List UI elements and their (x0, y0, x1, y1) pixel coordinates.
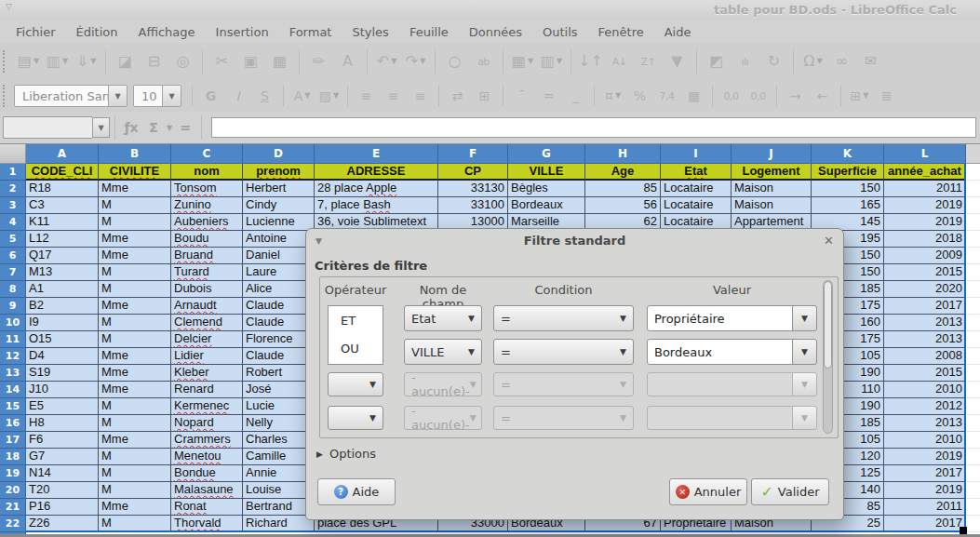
cell-B5[interactable]: Mme (99, 231, 171, 248)
name-box-dropdown-icon[interactable]: ▼ (92, 117, 110, 138)
cell-I3[interactable]: Locataire (661, 197, 732, 214)
cell-C2[interactable]: Tonsom (171, 181, 243, 197)
cell-L6[interactable]: 2009 (884, 248, 966, 264)
cell-A16[interactable]: H8 (26, 415, 99, 432)
cell-D1[interactable]: prenom (243, 164, 315, 181)
select-all-corner[interactable] (0, 144, 26, 164)
row-header-20[interactable]: 20 (0, 482, 26, 499)
cell-H3[interactable]: 56 (585, 197, 661, 214)
cell-K3[interactable]: 165 (812, 197, 884, 214)
column-header-F[interactable]: F (438, 144, 508, 164)
operator-option-ou[interactable]: OU (329, 334, 383, 362)
column-header-G[interactable]: G (508, 144, 585, 164)
column-header-C[interactable]: C (171, 144, 243, 164)
copy-button[interactable]: ▣ (236, 48, 265, 74)
cell-L20[interactable]: 2019 (884, 482, 966, 499)
cell-C13[interactable]: Kleber (171, 365, 243, 382)
row-header-4[interactable]: 4 (0, 214, 26, 231)
cell-A13[interactable]: S19 (26, 365, 99, 382)
criteria-scrollbar[interactable] (823, 280, 833, 434)
cell-J2[interactable]: Maison (732, 181, 812, 197)
cell-D15[interactable]: Lucie (243, 398, 315, 415)
cell-E2[interactable]: 28 place Apple (315, 181, 438, 197)
operator-option-et[interactable]: ET (329, 306, 383, 334)
value-input-1[interactable]: Propriétaire (647, 305, 793, 331)
cell-B4[interactable]: M (99, 214, 171, 231)
undo-button[interactable]: ↶▼ (372, 48, 401, 74)
cell-B19[interactable]: M (99, 465, 171, 482)
insert-rows-button[interactable]: ▦▼ (508, 48, 537, 74)
cell-A8[interactable]: A1 (26, 281, 99, 298)
dialog-close-icon[interactable]: ✕ (824, 229, 834, 253)
condition-select-1[interactable]: =▼ (493, 305, 634, 331)
cell-D9[interactable]: Claude (243, 298, 315, 315)
find-replace-button[interactable]: ○ (440, 48, 469, 74)
cell-K1[interactable]: Superficie (812, 164, 884, 181)
cell-A12[interactable]: D4 (26, 348, 99, 365)
cell-K2[interactable]: 150 (812, 181, 884, 197)
cell-C21[interactable]: Ronat (171, 499, 243, 516)
row-header-21[interactable]: 21 (0, 499, 26, 516)
font-color-button[interactable]: A▼ (289, 85, 315, 107)
row-header-5[interactable]: 5 (0, 231, 26, 248)
cell-J1[interactable]: Logement (732, 164, 812, 181)
menu-fichier[interactable]: Fichier (6, 23, 66, 41)
cell-L2[interactable]: 2011 (884, 181, 966, 197)
cell-A9[interactable]: B2 (26, 298, 99, 315)
cell-B18[interactable]: M (99, 449, 171, 465)
cell-B14[interactable]: Mme (99, 382, 171, 398)
menu-insertion[interactable]: Insertion (206, 23, 279, 41)
column-header-I[interactable]: I (661, 144, 732, 164)
dropdown-arrow-icon[interactable]: ▼ (108, 86, 127, 106)
cell-D16[interactable]: Nelly (243, 415, 315, 432)
cell-L18[interactable]: 2019 (884, 449, 966, 465)
menu-feuille[interactable]: Feuille (399, 23, 459, 41)
cell-H1[interactable]: Age (585, 164, 661, 181)
row-header-22[interactable]: 22 (0, 516, 26, 532)
cell-B2[interactable]: Mme (99, 181, 171, 197)
row-header-10[interactable]: 10 (0, 315, 26, 331)
cell-D4[interactable]: Lucienne (243, 214, 315, 231)
cell-D11[interactable]: Florence (243, 331, 315, 348)
cell-L14[interactable]: 2010 (884, 382, 966, 398)
operator-select-3[interactable]: ▼ (328, 372, 383, 396)
cell-L19[interactable]: 2017 (884, 465, 966, 482)
cell-C6[interactable]: Bruand (171, 248, 243, 264)
field-select-2[interactable]: VILLE▼ (404, 339, 482, 365)
cell-F3[interactable]: 33100 (438, 197, 508, 214)
cell-C15[interactable]: Kermenec (171, 398, 243, 415)
cell-G2[interactable]: Bègles (508, 181, 585, 197)
cell-G3[interactable]: Bordeaux (508, 197, 585, 214)
cell-D12[interactable]: Claude (243, 348, 315, 365)
cell-B11[interactable]: M (99, 331, 171, 348)
increase-indent-button[interactable]: → (782, 85, 809, 107)
add-decimal-button[interactable]: 0,0 (718, 85, 745, 107)
cell-A14[interactable]: J10 (26, 382, 99, 398)
cell-C19[interactable]: Bondue (171, 465, 243, 482)
cell-B15[interactable]: M (99, 398, 171, 415)
cell-L21[interactable]: 2011 (884, 499, 966, 516)
row-header-9[interactable]: 9 (0, 298, 26, 315)
condition-select-3[interactable]: =▼ (493, 372, 634, 396)
number-format-button[interactable]: 7,4 (653, 85, 680, 107)
pivot-table-button[interactable]: ↻ (759, 48, 788, 74)
sort-button[interactable]: ↓↑ (576, 48, 605, 74)
percent-format-button[interactable]: % (626, 85, 653, 107)
cell-A11[interactable]: O15 (26, 331, 99, 348)
menu-fenetre[interactable]: Fenêtre (588, 23, 654, 41)
value-dropdown-icon-1[interactable]: ▼ (792, 305, 817, 331)
cell-L13[interactable]: 2015 (884, 365, 966, 382)
cell-C8[interactable]: Dubois (171, 281, 243, 298)
insert-chart-button[interactable]: ılı (731, 48, 759, 74)
clone-formatting-button[interactable]: ✏ (304, 48, 333, 74)
cell-L3[interactable]: 2019 (884, 197, 966, 214)
highlight-color-button[interactable]: ▨▼ (315, 85, 342, 107)
redo-button[interactable]: ↷▼ (401, 48, 430, 74)
cell-J3[interactable]: Maison (732, 197, 812, 214)
cell-B21[interactable]: Mme (99, 499, 171, 516)
value-dropdown-icon-4[interactable]: ▼ (792, 406, 817, 430)
clear-formatting-button[interactable]: A (333, 48, 362, 74)
cell-A6[interactable]: Q17 (26, 248, 99, 264)
cell-L16[interactable]: 2013 (884, 415, 966, 432)
sort-descending-button[interactable]: Z↑ (634, 48, 663, 74)
